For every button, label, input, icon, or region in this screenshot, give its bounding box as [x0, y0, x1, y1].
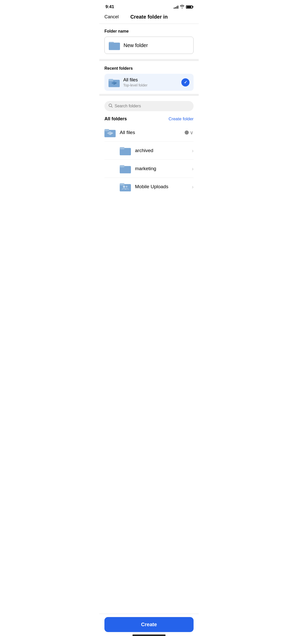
- folder-name-input[interactable]: [124, 42, 189, 48]
- folder-icon: [120, 146, 131, 155]
- svg-rect-2: [109, 43, 120, 50]
- chevron-right-icon: ›: [192, 184, 194, 190]
- folder-name-label: Folder name: [104, 29, 194, 34]
- selected-indicator: ✓: [181, 78, 189, 86]
- folders-header: All folders Create folder: [104, 116, 194, 122]
- nav-bar: Cancel Create folder in: [99, 12, 199, 24]
- svg-point-19: [123, 186, 125, 188]
- status-icons: [174, 5, 193, 9]
- folder-name-section: Folder name: [99, 24, 199, 54]
- all-folders-label: All folders: [104, 116, 127, 122]
- check-icon: ✓: [184, 80, 187, 85]
- svg-rect-10: [104, 129, 109, 131]
- search-section: All folders Create folder All files ∨: [99, 96, 199, 196]
- wifi-icon: [180, 5, 184, 9]
- dropbox-folder-icon: [109, 78, 120, 87]
- svg-point-20: [126, 186, 128, 188]
- folder-name-text: marketing: [135, 166, 192, 171]
- list-item[interactable]: marketing ›: [104, 160, 194, 178]
- svg-rect-14: [120, 147, 125, 149]
- section-divider: [99, 59, 199, 61]
- recent-folders-section: Recent folders All files Top-level folde…: [99, 61, 199, 91]
- recent-folders-label: Recent folders: [104, 66, 194, 71]
- search-icon: [109, 104, 113, 109]
- folder-name-text: Mobile Uploads: [135, 184, 192, 189]
- folder-icon: [120, 164, 131, 173]
- svg-line-8: [111, 106, 112, 107]
- bottom-spacer: [99, 196, 199, 226]
- recent-folder-info: All files Top-level folder: [123, 77, 181, 87]
- dropbox-root-icon: [104, 128, 116, 137]
- chevron-right-icon: ›: [192, 166, 194, 172]
- svg-rect-4: [109, 79, 113, 81]
- svg-rect-18: [120, 183, 125, 185]
- section-divider-2: [99, 94, 199, 96]
- recent-folder-item[interactable]: All files Top-level folder ✓: [104, 74, 194, 91]
- status-time: 9:41: [105, 4, 114, 9]
- folder-input-container[interactable]: [104, 37, 194, 54]
- folder-list: All files ∨ archived › marketing ›: [104, 124, 194, 196]
- page-title: Create folder in: [130, 14, 168, 20]
- chevron-down-icon: ∨: [190, 129, 194, 136]
- create-folder-link[interactable]: Create folder: [169, 116, 194, 122]
- folder-name-text: archived: [135, 148, 192, 153]
- recent-folder-subtitle: Top-level folder: [123, 83, 181, 87]
- recent-folder-name: All files: [123, 77, 181, 83]
- shared-folder-icon: [120, 182, 131, 192]
- svg-rect-16: [120, 165, 125, 167]
- list-item[interactable]: archived ›: [104, 142, 194, 160]
- signal-icon: [174, 5, 178, 9]
- list-item[interactable]: All files ∨: [104, 124, 194, 142]
- cancel-button[interactable]: Cancel: [104, 14, 119, 20]
- search-input[interactable]: [115, 104, 189, 108]
- folder-indicator-dot: [185, 130, 189, 135]
- folder-name-text: All files: [120, 130, 183, 135]
- battery-icon: [186, 5, 193, 9]
- folder-icon-large: [109, 40, 120, 50]
- chevron-right-icon: ›: [192, 148, 194, 154]
- list-item[interactable]: Mobile Uploads ›: [104, 178, 194, 196]
- status-bar: 9:41: [99, 0, 199, 12]
- search-container[interactable]: [104, 101, 194, 111]
